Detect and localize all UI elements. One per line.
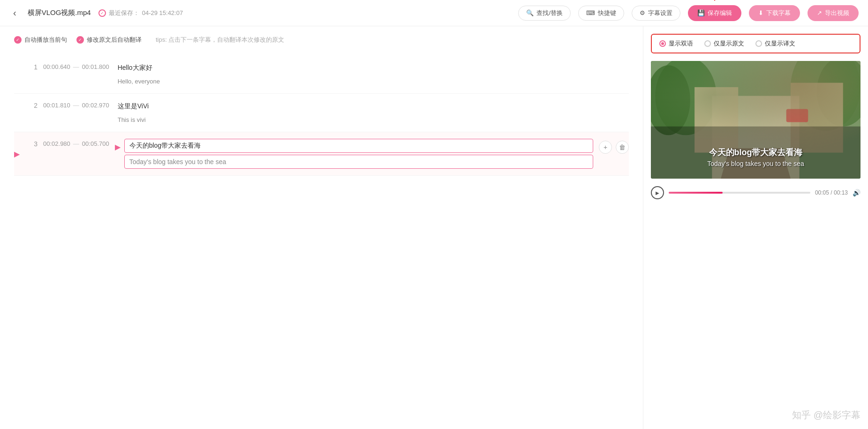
end-time: 00:02.970 [82,102,109,109]
display-translated-option[interactable]: 仅显示译文 [755,39,795,48]
auto-play-label: 自动播放当前句 [24,36,67,44]
inline-play-button[interactable]: ▶ [115,143,121,151]
bilingual-label: 显示双语 [669,39,693,48]
row-content [124,139,593,169]
settings-icon: ⚙ [640,9,645,16]
search-replace-button[interactable]: 🔍 查找/替换 [518,6,571,21]
auto-translate-option[interactable]: 修改原文后自动翻译 [76,36,142,44]
left-panel: 自动播放当前句 修改原文后自动翻译 tips: 点击下一条字幕，自动翻译本次修改… [0,26,643,429]
row-index: 1 [29,63,38,71]
svg-point-3 [791,61,860,131]
start-time: 00:01.810 [43,102,70,109]
download-subtitle-button[interactable]: ⬇ 下载字幕 [749,5,800,21]
row-time: 00:02.980 — 00:05.700 [43,140,109,147]
display-mode-bar: 显示双语 仅显示原文 仅显示译文 [651,34,860,53]
original-text: Hello大家好 [115,62,629,74]
original-text-input[interactable] [124,139,593,153]
red-arrow-annotation: ↓ [712,0,717,2]
save-time-text: 04-29 15:42:07 [142,9,183,16]
end-time: 00:01.800 [82,63,109,70]
row-content: 这里是ViVi This is vivi [115,100,629,125]
save-info: 最近保存： 04-29 15:42:07 [98,9,183,17]
display-bilingual-option[interactable]: 显示双语 [659,39,693,48]
progress-bar[interactable] [669,192,810,194]
svg-point-1 [655,61,716,135]
start-time: 00:02.980 [43,140,70,147]
save-edit-icon: 💾 [697,9,705,16]
save-check-icon [98,9,106,17]
display-original-option[interactable]: 仅显示原文 [704,39,744,48]
row-index: 2 [29,102,38,109]
original-label: 仅显示原文 [714,39,744,48]
header: ‹ 横屏VLOG视频.mp4 最近保存： 04-29 15:42:07 🔍 查找… [0,0,868,26]
auto-translate-label: 修改原文后自动翻译 [87,36,142,44]
download-icon: ⬇ [758,9,763,16]
auto-translate-check [76,36,84,44]
export-icon: ↗ [817,9,822,16]
translated-label: 仅显示译文 [765,39,795,48]
save-info-text: 最近保存： [109,9,139,17]
translated-radio [755,40,762,47]
end-time: 00:05.700 [82,140,109,147]
shortcut-button[interactable]: ⌨ 快捷键 [578,6,624,21]
translated-text: This is vivi [115,114,629,125]
original-radio [704,40,711,47]
main-layout: 自动播放当前句 修改原文后自动翻译 tips: 点击下一条字幕，自动翻译本次修改… [0,26,868,429]
tips-text: tips: 点击下一条字幕，自动翻译本次修改的原文 [156,36,284,44]
export-video-button[interactable]: ↗ 导出视频 [808,5,859,21]
original-text: 这里是ViVi [115,100,629,113]
save-arrow-wrapper: ↓ 💾 保存编辑 [688,5,741,21]
row-index: 3 [29,140,38,148]
video-play-button[interactable]: ▶ [651,186,664,199]
video-subtitle: 今天的blog带大家去看海 Today's blog takes you to … [651,147,860,167]
row-play-button[interactable]: ▶ [14,150,23,159]
svg-point-2 [651,65,690,135]
table-row: ▶ 2 00:01.810 — 00:02.970 这里是ViVi This i… [14,94,629,132]
row-actions: + 🗑 [599,141,629,154]
row-edit-area: ▶ [115,139,593,169]
options-bar: 自动播放当前句 修改原文后自动翻译 tips: 点击下一条字幕，自动翻译本次修改… [14,36,629,44]
shortcut-icon: ⌨ [586,9,595,16]
time-display: 00:05 / 00:13 [815,189,848,196]
translated-text-input[interactable] [124,155,593,169]
row-time: 00:00.640 — 00:01.800 [43,63,109,70]
svg-rect-10 [786,109,808,122]
svg-rect-7 [791,83,843,153]
auto-play-option[interactable]: 自动播放当前句 [14,36,67,44]
subtitle-en: Today's blog takes you to the sea [651,160,860,167]
video-preview: 今天的blog带大家去看海 Today's blog takes you to … [651,61,860,179]
translated-text: Hello, everyone [115,76,629,87]
progress-fill [669,192,723,194]
svg-rect-6 [694,87,738,153]
watermark: 知乎 @绘影字幕 [651,399,860,421]
table-row: ▶ 1 00:00.640 — 00:01.800 Hello大家好 Hello… [14,55,629,94]
back-button[interactable]: ‹ [9,6,20,20]
add-row-button[interactable]: + [599,141,612,154]
subtitle-list: ▶ 1 00:00.640 — 00:01.800 Hello大家好 Hello… [14,55,629,176]
save-edit-button[interactable]: 💾 保存编辑 [688,5,741,21]
right-panel: 显示双语 仅显示原文 仅显示译文 [643,26,868,429]
svg-point-4 [817,61,860,127]
row-time: 00:01.810 — 00:02.970 [43,102,109,109]
subtitle-cn: 今天的blog带大家去看海 [651,147,860,158]
table-row: ▶ 3 00:02.980 — 00:05.700 ▶ + [14,132,629,176]
auto-play-check [14,36,22,44]
start-time: 00:00.640 [43,63,70,70]
search-icon: 🔍 [526,9,534,16]
delete-row-button[interactable]: 🗑 [616,141,629,154]
filename-label: 横屏VLOG视频.mp4 [28,8,91,17]
row-content: Hello大家好 Hello, everyone [115,62,629,87]
video-controls: ▶ 00:05 / 00:13 🔊 [651,184,860,201]
volume-icon[interactable]: 🔊 [853,189,860,196]
bilingual-radio [659,40,666,47]
subtitle-settings-button[interactable]: ⚙ 字幕设置 [632,6,680,21]
